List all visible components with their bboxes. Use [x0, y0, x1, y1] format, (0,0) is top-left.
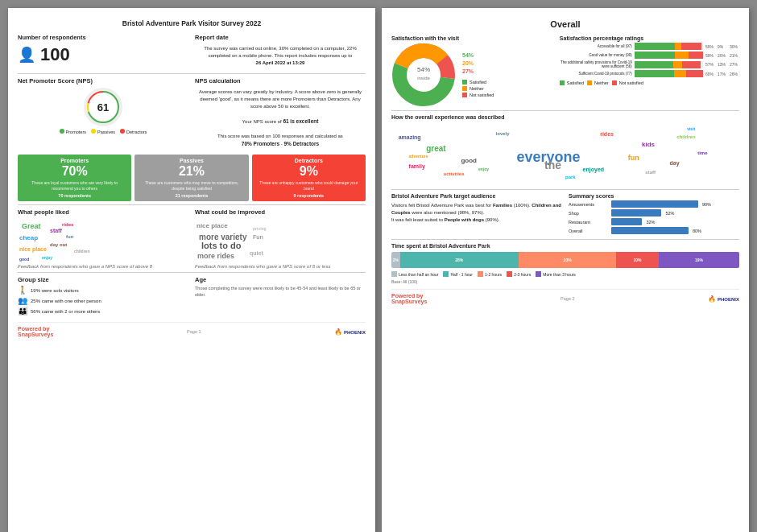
respondents-section: 👤 100 — [18, 44, 188, 65]
liked-feedback: Feedback from respondents who gave a NPS… — [18, 264, 188, 269]
wc-word: enjoyed — [583, 167, 604, 172]
donut-labels: 54% 20% 27% Satisfied Neither — [462, 52, 494, 97]
nps-calculation-text: Average scores can vary greatly by indus… — [195, 87, 366, 150]
wc-word: the — [544, 159, 561, 171]
satisfaction-donut: 54% inside — [391, 43, 456, 107]
summary-bars: Amusements 90% Shop 52% Restaurant 32% O… — [569, 200, 739, 234]
page2-footer: Powered by SnapSurveys Page 2 🔥 PHOENIX — [391, 289, 739, 304]
wc-word: amazing — [399, 134, 421, 140]
ratings-section: Satisfaction percentage ratings Accessib… — [560, 35, 739, 107]
svg-text:inside: inside — [417, 76, 430, 80]
target-summary-section: Bristol Adventure Park target audience V… — [391, 193, 739, 236]
promoters-legend-item: Promoters — [60, 129, 86, 134]
wc-word: staff — [645, 170, 656, 175]
wordcloud-header: How the overall experience was described — [391, 114, 739, 120]
wc-lots-to-do: lots to do — [201, 241, 242, 250]
page2-top-section: Satisfaction with the visit 54% inside — [391, 35, 739, 107]
wc-word: rides — [600, 131, 614, 137]
page1-number: Page 1 — [187, 329, 201, 334]
solo-icon: 🚶 — [18, 286, 27, 295]
time-bar: 2%28%23%10%19% — [391, 252, 739, 268]
group-solo: 🚶 19% were solo visitors — [18, 286, 188, 295]
wc-more-rides: more rides — [197, 252, 234, 260]
wc-word: day — [670, 160, 680, 166]
time-base: Base: All (100) — [391, 279, 739, 284]
rating-row: Sufficient Covid-19 protocols (77) 60% 1… — [560, 70, 739, 77]
ratings-legend: Satisfied Neither Not satisfied — [560, 80, 739, 85]
improve-header: What could be improved — [195, 208, 366, 216]
promoters-row: Promoters 70% These are loyal customers … — [18, 155, 366, 201]
rating-row: Accessible for all (97) 59% 9% 30% — [560, 43, 739, 50]
rating-row: Good value for money (99) 59% 20% 21% — [560, 52, 739, 59]
time-segment: 28% — [400, 252, 519, 268]
wc-nice-place2: nice place — [196, 222, 228, 229]
wc-word: park — [565, 175, 576, 179]
wc-day1: day out — [50, 242, 67, 247]
pair-icon: 👥 — [18, 296, 27, 305]
donut-legend: Satisfied Neither Not satisfied — [462, 80, 494, 97]
page1-footer: Powered by SnapSurveys Page 1 🔥 PHOENIX — [18, 322, 366, 337]
summary-bar-row: Restaurant 32% — [569, 218, 739, 225]
passives-box: Passives 21% These are customers who may… — [134, 155, 248, 201]
respondents-count: 100 — [40, 44, 70, 65]
report-date-text: The survey was carried out online, 30% c… — [195, 43, 366, 68]
target-header: Bristol Adventure Park target audience — [391, 193, 562, 199]
liked-improve-section: What people liked Great cheap nice place… — [18, 208, 366, 269]
wc-word: children — [676, 134, 695, 139]
report-date-header: Report date — [195, 34, 366, 41]
word-cloud-big: everyonethegreatfungoodkidsfamilyenjoyed… — [391, 122, 739, 186]
liked-header: What people liked — [18, 208, 188, 216]
group-icon: 👪 — [18, 307, 27, 315]
snap-logo-2: Powered by SnapSurveys — [391, 293, 427, 304]
wc-staff1: staff — [50, 228, 62, 233]
summary-bar-row: Shop 52% — [569, 209, 739, 217]
passives-legend-item: Passives — [91, 129, 115, 134]
target-section: Bristol Adventure Park target audience V… — [391, 193, 562, 236]
satisfied-pct: 54% — [462, 52, 494, 58]
person-icon: 👤 — [18, 46, 35, 64]
wc-quiet: quiet — [250, 250, 263, 256]
nps-score: 61 — [89, 93, 118, 122]
wc-great: Great — [22, 222, 41, 230]
wc-nice: nice place — [19, 246, 47, 252]
page-2: Overall Satisfaction with the visit 54% — [382, 8, 749, 532]
phoenix-logo-1: 🔥 PHOENIX — [334, 328, 366, 336]
group-more: 👪 56% came with 2 or more others — [18, 307, 188, 315]
nps-legend: Promoters Passives Detractors — [60, 129, 147, 134]
neither-pct: 20% — [462, 60, 494, 66]
wc-word: great — [426, 144, 445, 153]
detractors-box: Detractors 9% These are unhappy customer… — [252, 155, 366, 201]
respondents-header: Number of respondents — [18, 34, 188, 41]
wc-fun2: Fun — [253, 234, 263, 240]
wc-fun1: fun — [66, 234, 73, 239]
summary-bar-row: Amusements 90% — [569, 200, 739, 208]
page2-title: Overall — [391, 19, 739, 29]
time-legend: Less than half an hourHalf - 1 hour1-2 h… — [391, 271, 739, 277]
page2-number: Page 2 — [561, 296, 574, 301]
time-segment: 19% — [659, 252, 739, 268]
wc-pricing: pricing — [253, 226, 267, 231]
time-legend-item: More than 3 hours — [536, 271, 576, 277]
svg-text:54%: 54% — [417, 66, 430, 73]
wc-good1: good — [19, 257, 29, 262]
wc-word: kids — [642, 141, 655, 148]
wc-word: visit — [687, 126, 695, 131]
time-legend-item: 2-3 hours — [507, 271, 531, 277]
nps-gauge: 61 Promoters Passives Detractors — [18, 88, 188, 134]
summary-section: Summary scores Amusements 90% Shop 52% R… — [569, 193, 739, 236]
age-header: Age — [195, 276, 366, 283]
time-legend-item: Less than half an hour — [391, 271, 438, 277]
time-segment: 2% — [391, 252, 400, 268]
liked-word-cloud: Great cheap nice place staff rides fun d… — [18, 218, 188, 262]
group-header: Group size — [18, 276, 188, 283]
report-date-value: 26 April 2022 at 13:29 — [256, 60, 305, 65]
time-header: Time spent at Bristol Adventure Park — [391, 243, 739, 249]
nps-header: Net Promoter Score (NPS) — [18, 77, 188, 85]
rating-row: The additional safety provisions for Cov… — [560, 60, 739, 68]
donut-area: 54% inside 54% 20% 27% Satisfied — [391, 43, 553, 107]
ratings-header: Satisfaction percentage ratings — [560, 35, 739, 41]
group-one: 👥 25% came with one other person — [18, 296, 188, 305]
time-segment: 23% — [519, 252, 616, 268]
promoters-box: Promoters 70% These are loyal customers … — [18, 155, 131, 201]
wc-word: fun — [628, 154, 639, 162]
